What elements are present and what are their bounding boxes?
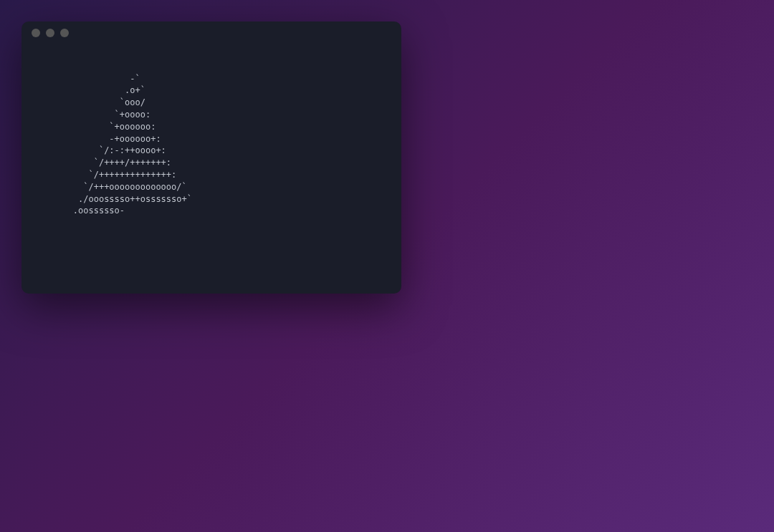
terminal-output[interactable]: -` .o+` `ooo/ `+oooo: `+oooooo: [22,44,401,221]
traffic-lights[interactable] [32,29,69,37]
terminal-window: -` .o+` `ooo/ `+oooo: `+oooooo: [22,21,401,294]
